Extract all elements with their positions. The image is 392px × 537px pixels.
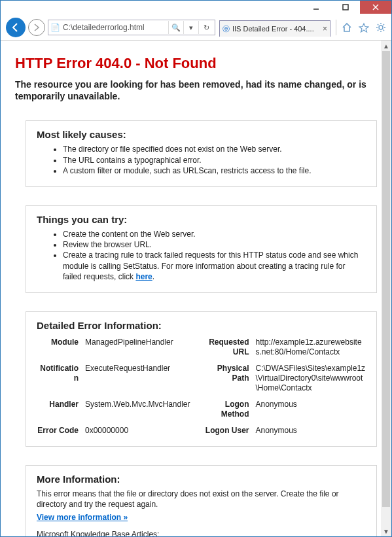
list-item: Create a tracing rule to track failed re… bbox=[63, 250, 366, 282]
address-controls: 🔍 ▾ ↻ bbox=[168, 21, 215, 34]
causes-list: The directory or file specified does not… bbox=[37, 144, 366, 176]
error-page: HTTP Error 404.0 - Not Found The resourc… bbox=[1, 41, 391, 536]
forward-button[interactable] bbox=[28, 19, 45, 36]
try-list: Create the content on the Web server. Re… bbox=[37, 229, 366, 282]
window-controls bbox=[301, 1, 391, 14]
favorites-icon[interactable] bbox=[356, 20, 372, 35]
content-area: HTTP Error 404.0 - Not Found The resourc… bbox=[1, 41, 391, 536]
causes-heading: Most likely causes: bbox=[37, 129, 366, 140]
try-panel: Things you can try: Create the content o… bbox=[26, 205, 377, 293]
vertical-scrollbar[interactable]: ▲ ▼ bbox=[381, 41, 391, 536]
list-item: The URL contains a typographical error. bbox=[63, 155, 366, 165]
home-icon[interactable] bbox=[339, 20, 355, 35]
requested-url-label: Requested URL bbox=[202, 338, 249, 357]
nav-bar: 📄 C:\detailederrorlog.html 🔍 ▾ ↻ ⓔ IIS D… bbox=[1, 15, 391, 41]
address-bar[interactable]: 📄 C:\detailederrorlog.html 🔍 ▾ ↻ bbox=[48, 20, 215, 35]
causes-panel: Most likely causes: The directory or fil… bbox=[26, 120, 377, 187]
module-value: ManagedPipelineHandler bbox=[85, 338, 196, 357]
more-info-heading: More Information: bbox=[37, 474, 366, 485]
scroll-down-icon[interactable]: ▼ bbox=[381, 526, 391, 536]
handler-label: Handler bbox=[37, 400, 79, 419]
details-heading: Detailed Error Information: bbox=[37, 320, 366, 331]
kb-articles-label: Microsoft Knowledge Base Articles: bbox=[37, 529, 366, 536]
minimize-button[interactable] bbox=[301, 1, 330, 14]
refresh-icon[interactable]: ↻ bbox=[198, 21, 213, 34]
logon-user-label: Logon User bbox=[202, 426, 249, 436]
details-panel: Detailed Error Information: Module Manag… bbox=[26, 311, 377, 447]
scroll-track[interactable] bbox=[381, 51, 391, 526]
maximize-button[interactable] bbox=[330, 1, 360, 14]
scroll-thumb[interactable] bbox=[382, 51, 390, 507]
physical-path-label: Physical Path bbox=[202, 364, 249, 393]
command-bar bbox=[336, 20, 389, 35]
list-item: The directory or file specified does not… bbox=[63, 144, 366, 154]
error-code-value: 0x00000000 bbox=[85, 426, 196, 436]
error-heading: HTTP Error 404.0 - Not Found bbox=[15, 55, 377, 72]
physical-path-value: C:\DWASFiles\Sites\example1z\VirtualDire… bbox=[256, 364, 366, 393]
logon-user-value: Anonymous bbox=[256, 426, 366, 436]
tracing-here-link[interactable]: here bbox=[135, 272, 152, 281]
logon-method-label: Logon Method bbox=[202, 400, 249, 419]
list-item: Create the content on the Web server. bbox=[63, 229, 366, 239]
details-grid: Module ManagedPipelineHandler Requested … bbox=[37, 338, 366, 436]
tab-active[interactable]: ⓔ IIS Detailed Error - 404.... × bbox=[219, 20, 330, 37]
dropdown-icon[interactable]: ▾ bbox=[183, 21, 198, 34]
tools-icon[interactable] bbox=[373, 20, 389, 35]
svg-rect-1 bbox=[343, 5, 348, 10]
try-item3-suffix: . bbox=[152, 272, 154, 281]
list-item: A custom filter or module, such as URLSc… bbox=[63, 165, 366, 176]
tab-close-icon[interactable]: × bbox=[323, 24, 327, 33]
logon-method-value: Anonymous bbox=[256, 400, 366, 419]
module-label: Module bbox=[37, 338, 79, 357]
handler-value: System.Web.Mvc.MvcHandler bbox=[85, 400, 196, 419]
list-item: Review the browser URL. bbox=[63, 239, 366, 250]
tab-title: IIS Detailed Error - 404.... bbox=[232, 25, 320, 33]
view-more-link[interactable]: View more information » bbox=[37, 513, 128, 522]
address-url: C:\detailederrorlog.html bbox=[62, 23, 168, 32]
browser-window: 📄 C:\detailederrorlog.html 🔍 ▾ ↻ ⓔ IIS D… bbox=[0, 0, 392, 537]
error-summary: The resource you are looking for has bee… bbox=[15, 78, 377, 102]
tab-strip: ⓔ IIS Detailed Error - 404.... × bbox=[219, 19, 330, 36]
notification-label: Notification bbox=[37, 364, 79, 393]
back-button[interactable] bbox=[6, 18, 26, 37]
search-icon[interactable]: 🔍 bbox=[168, 21, 183, 34]
error-code-label: Error Code bbox=[37, 426, 79, 436]
notification-value: ExecuteRequestHandler bbox=[85, 364, 196, 393]
requested-url-value: http://example1z.azurewebsites.net:80/Ho… bbox=[256, 338, 366, 357]
scroll-up-icon[interactable]: ▲ bbox=[381, 41, 391, 51]
try-item3-prefix: Create a tracing rule to track failed re… bbox=[63, 251, 358, 281]
svg-point-4 bbox=[379, 26, 383, 29]
page-favicon-icon: 📄 bbox=[48, 23, 62, 32]
try-heading: Things you can try: bbox=[37, 214, 366, 225]
ie-favicon-icon: ⓔ bbox=[223, 24, 230, 34]
more-info-text: This error means that the file or direct… bbox=[37, 489, 366, 510]
more-info-panel: More Information: This error means that … bbox=[26, 465, 377, 536]
close-button[interactable] bbox=[360, 1, 391, 14]
